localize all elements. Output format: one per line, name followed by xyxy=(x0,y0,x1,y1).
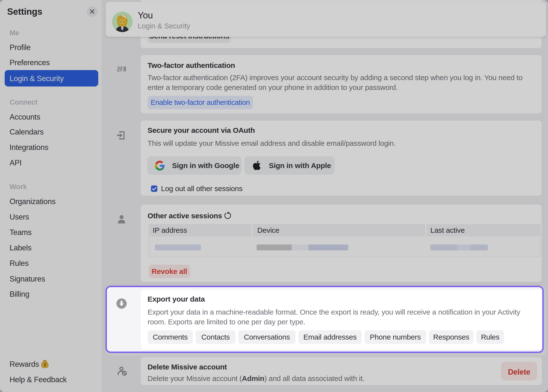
svg-text:$: $ xyxy=(44,362,46,367)
